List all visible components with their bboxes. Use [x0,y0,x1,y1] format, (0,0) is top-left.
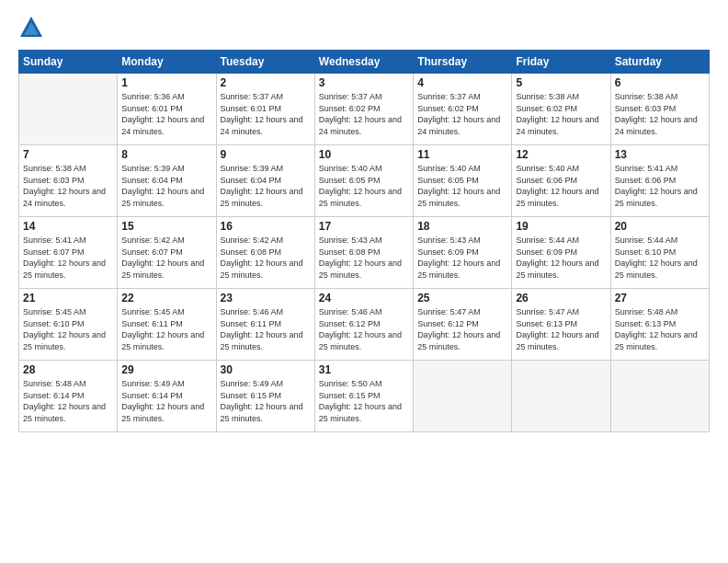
week-row-4: 21Sunrise: 5:45 AM Sunset: 6:10 PM Dayli… [19,289,710,361]
day-number: 25 [417,292,507,304]
day-info: Sunrise: 5:49 AM Sunset: 6:14 PM Dayligh… [121,378,211,424]
calendar-header-wednesday: Wednesday [314,51,413,74]
day-info: Sunrise: 5:38 AM Sunset: 6:03 PM Dayligh… [615,91,705,137]
day-info: Sunrise: 5:49 AM Sunset: 6:15 PM Dayligh… [221,378,311,424]
day-number: 9 [221,148,311,161]
day-info: Sunrise: 5:50 AM Sunset: 6:15 PM Dayligh… [319,378,409,424]
day-number: 23 [221,292,311,304]
calendar-cell: 31Sunrise: 5:50 AM Sunset: 6:15 PM Dayli… [314,361,413,432]
calendar-cell: 20Sunrise: 5:44 AM Sunset: 6:10 PM Dayli… [610,217,709,289]
week-row-5: 28Sunrise: 5:48 AM Sunset: 6:14 PM Dayli… [19,361,710,432]
day-info: Sunrise: 5:39 AM Sunset: 6:04 PM Dayligh… [221,163,311,209]
calendar-cell: 22Sunrise: 5:45 AM Sunset: 6:11 PM Dayli… [118,289,216,361]
day-info: Sunrise: 5:44 AM Sunset: 6:09 PM Dayligh… [516,235,606,281]
calendar-cell: 23Sunrise: 5:46 AM Sunset: 6:11 PM Dayli… [216,289,314,361]
calendar-cell: 11Sunrise: 5:40 AM Sunset: 6:05 PM Dayli… [414,145,512,217]
day-info: Sunrise: 5:48 AM Sunset: 6:13 PM Dayligh… [615,306,705,352]
calendar-cell: 2Sunrise: 5:37 AM Sunset: 6:01 PM Daylig… [216,74,314,145]
calendar-cell [414,361,512,432]
calendar-cell: 16Sunrise: 5:42 AM Sunset: 6:08 PM Dayli… [216,217,314,289]
calendar-cell: 12Sunrise: 5:40 AM Sunset: 6:06 PM Dayli… [512,145,610,217]
calendar-cell [19,74,118,145]
calendar-cell: 24Sunrise: 5:46 AM Sunset: 6:12 PM Dayli… [314,289,413,361]
day-number: 13 [615,148,705,161]
calendar-cell [610,361,709,432]
day-number: 6 [615,76,705,89]
day-number: 7 [23,148,113,161]
day-number: 24 [319,292,409,304]
day-number: 28 [23,363,113,376]
day-number: 8 [121,148,211,161]
day-info: Sunrise: 5:37 AM Sunset: 6:02 PM Dayligh… [319,91,409,137]
day-info: Sunrise: 5:45 AM Sunset: 6:11 PM Dayligh… [121,306,211,352]
day-info: Sunrise: 5:42 AM Sunset: 6:08 PM Dayligh… [221,235,311,281]
day-info: Sunrise: 5:36 AM Sunset: 6:01 PM Dayligh… [121,91,211,137]
day-number: 29 [121,363,211,376]
calendar-cell: 29Sunrise: 5:49 AM Sunset: 6:14 PM Dayli… [118,361,216,432]
calendar-cell: 17Sunrise: 5:43 AM Sunset: 6:08 PM Dayli… [314,217,413,289]
day-number: 19 [516,220,606,233]
day-number: 27 [615,292,705,304]
day-number: 14 [23,220,113,233]
calendar-cell: 14Sunrise: 5:41 AM Sunset: 6:07 PM Dayli… [19,217,118,289]
calendar-cell: 8Sunrise: 5:39 AM Sunset: 6:04 PM Daylig… [118,145,216,217]
logo-icon [18,15,44,40]
page: SundayMondayTuesdayWednesdayThursdayFrid… [0,0,728,563]
calendar-cell: 18Sunrise: 5:43 AM Sunset: 6:09 PM Dayli… [414,217,512,289]
calendar-cell: 28Sunrise: 5:48 AM Sunset: 6:14 PM Dayli… [19,361,118,432]
day-info: Sunrise: 5:47 AM Sunset: 6:12 PM Dayligh… [417,306,507,352]
calendar-cell: 27Sunrise: 5:48 AM Sunset: 6:13 PM Dayli… [610,289,709,361]
calendar-header-sunday: Sunday [19,51,118,74]
calendar-cell: 30Sunrise: 5:49 AM Sunset: 6:15 PM Dayli… [216,361,314,432]
day-number: 20 [615,220,705,233]
day-number: 18 [417,220,507,233]
calendar-cell: 4Sunrise: 5:37 AM Sunset: 6:02 PM Daylig… [414,74,512,145]
day-info: Sunrise: 5:38 AM Sunset: 6:02 PM Dayligh… [516,91,606,137]
calendar-cell: 9Sunrise: 5:39 AM Sunset: 6:04 PM Daylig… [216,145,314,217]
calendar-cell: 7Sunrise: 5:38 AM Sunset: 6:03 PM Daylig… [19,145,118,217]
day-info: Sunrise: 5:41 AM Sunset: 6:07 PM Dayligh… [23,235,113,281]
day-number: 22 [121,292,211,304]
day-info: Sunrise: 5:45 AM Sunset: 6:10 PM Dayligh… [23,306,113,352]
calendar-cell: 5Sunrise: 5:38 AM Sunset: 6:02 PM Daylig… [512,74,610,145]
calendar-header-saturday: Saturday [610,51,709,74]
week-row-2: 7Sunrise: 5:38 AM Sunset: 6:03 PM Daylig… [19,145,710,217]
calendar-header-thursday: Thursday [414,51,512,74]
day-number: 31 [319,363,409,376]
day-number: 3 [319,76,409,89]
day-info: Sunrise: 5:46 AM Sunset: 6:12 PM Dayligh… [319,306,409,352]
week-row-1: 1Sunrise: 5:36 AM Sunset: 6:01 PM Daylig… [19,74,710,145]
day-info: Sunrise: 5:44 AM Sunset: 6:10 PM Dayligh… [615,235,705,281]
calendar-cell: 10Sunrise: 5:40 AM Sunset: 6:05 PM Dayli… [314,145,413,217]
calendar-cell: 26Sunrise: 5:47 AM Sunset: 6:13 PM Dayli… [512,289,610,361]
logo [18,15,48,40]
day-info: Sunrise: 5:39 AM Sunset: 6:04 PM Dayligh… [121,163,211,209]
header [18,15,710,40]
day-number: 2 [221,76,311,89]
calendar-header-row: SundayMondayTuesdayWednesdayThursdayFrid… [19,51,710,74]
day-number: 15 [121,220,211,233]
calendar-cell: 6Sunrise: 5:38 AM Sunset: 6:03 PM Daylig… [610,74,709,145]
day-info: Sunrise: 5:46 AM Sunset: 6:11 PM Dayligh… [221,306,311,352]
day-number: 10 [319,148,409,161]
calendar-cell: 25Sunrise: 5:47 AM Sunset: 6:12 PM Dayli… [414,289,512,361]
calendar-cell: 19Sunrise: 5:44 AM Sunset: 6:09 PM Dayli… [512,217,610,289]
day-info: Sunrise: 5:41 AM Sunset: 6:06 PM Dayligh… [615,163,705,209]
day-info: Sunrise: 5:40 AM Sunset: 6:06 PM Dayligh… [516,163,606,209]
calendar-header-monday: Monday [118,51,216,74]
day-number: 17 [319,220,409,233]
calendar-cell: 1Sunrise: 5:36 AM Sunset: 6:01 PM Daylig… [118,74,216,145]
day-number: 1 [121,76,211,89]
calendar-header-friday: Friday [512,51,610,74]
calendar-cell: 13Sunrise: 5:41 AM Sunset: 6:06 PM Dayli… [610,145,709,217]
day-number: 26 [516,292,606,304]
calendar-cell: 21Sunrise: 5:45 AM Sunset: 6:10 PM Dayli… [19,289,118,361]
day-info: Sunrise: 5:43 AM Sunset: 6:09 PM Dayligh… [417,235,507,281]
calendar-header-tuesday: Tuesday [216,51,314,74]
day-number: 11 [417,148,507,161]
calendar-cell [512,361,610,432]
day-number: 4 [417,76,507,89]
day-info: Sunrise: 5:38 AM Sunset: 6:03 PM Dayligh… [23,163,113,209]
day-number: 5 [516,76,606,89]
day-number: 16 [221,220,311,233]
